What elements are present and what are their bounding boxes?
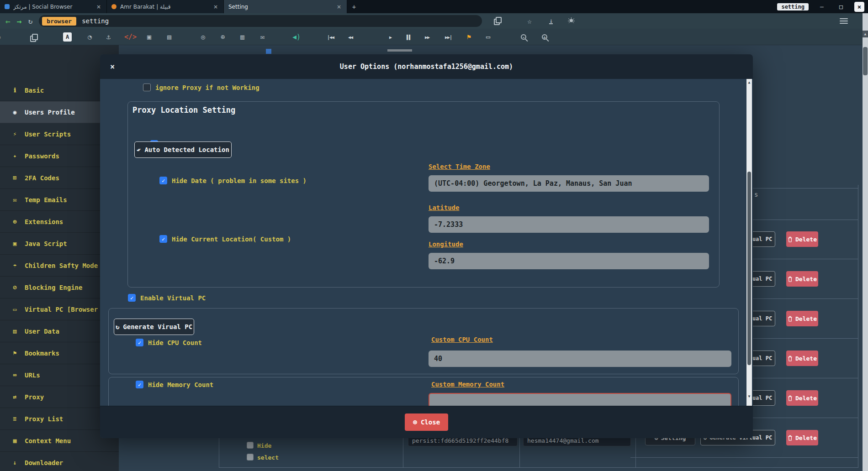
- cart-icon[interactable]: ▥: [240, 29, 244, 45]
- ignore-proxy-checkbox[interactable]: ignore Proxy if not Working: [143, 84, 259, 91]
- scroll-up-icon[interactable]: ▲: [746, 80, 752, 84]
- translate-icon[interactable]: A: [63, 32, 72, 42]
- gauge-icon[interactable]: ◔: [88, 29, 92, 45]
- row-delete-button[interactable]: Delete: [786, 311, 818, 326]
- window-scrollbar-thumb[interactable]: [863, 47, 868, 75]
- modal-scrollbar-thumb[interactable]: [747, 172, 751, 365]
- window-scrollbar[interactable]: ▲: [863, 13, 868, 471]
- table-row-divider: [753, 188, 858, 188]
- duplicate-icon[interactable]: [30, 29, 36, 45]
- enable-virtual-pc-checkbox[interactable]: Enable Virtual PC: [128, 294, 206, 302]
- sidebar-item-icon: ↓: [11, 459, 19, 466]
- rewind-icon[interactable]: ◀◀: [348, 29, 353, 45]
- code-icon[interactable]: </>: [124, 29, 137, 45]
- checkbox-box[interactable]: [136, 339, 143, 346]
- checkbox-box[interactable]: [143, 84, 151, 91]
- monitor-icon[interactable]: ▭: [486, 29, 490, 45]
- scroll-down-icon[interactable]: ▼: [746, 394, 752, 398]
- flag-icon[interactable]: ⚑: [467, 29, 471, 45]
- scroll-up-icon[interactable]: ▲: [863, 31, 868, 37]
- globe-icon[interactable]: ⊕: [221, 29, 225, 45]
- skip-start-icon[interactable]: |◀◀: [327, 29, 334, 45]
- sidebar-item-label: User Scripts: [25, 131, 71, 138]
- longitude-input[interactable]: [429, 253, 709, 269]
- skip-end-icon[interactable]: ▶▶|: [445, 29, 452, 45]
- tab-favicon: [111, 4, 116, 9]
- select-checkbox[interactable]: [247, 454, 254, 461]
- play-icon[interactable]: ▶: [389, 29, 392, 45]
- timezone-label[interactable]: Select Time Zone: [429, 163, 490, 170]
- zoom-out-icon[interactable]: -: [521, 29, 526, 45]
- auto-detected-location-button[interactable]: ✔✔ Auto Detected Location: [134, 141, 232, 158]
- anchor-icon[interactable]: ⚓: [106, 29, 111, 45]
- checkbox-label: Hide Current Location( Custom ): [172, 236, 291, 243]
- sidebar-item-downloader[interactable]: ↓ Downloader: [0, 452, 119, 471]
- browser-tab-setting[interactable]: Setting ×: [224, 0, 347, 13]
- browser-tab-social[interactable]: مرتكز | Social Browser ×: [0, 0, 107, 13]
- row-delete-button[interactable]: Delete: [786, 390, 818, 406]
- checkbox-box[interactable]: [159, 177, 167, 184]
- hide-current-location-checkbox[interactable]: Hide Current Location( Custom ): [159, 235, 291, 243]
- bug-icon[interactable]: [567, 17, 575, 26]
- hide-checkbox[interactable]: [247, 442, 254, 449]
- tab-close-icon[interactable]: ×: [212, 4, 219, 10]
- row-delete-button[interactable]: Delete: [786, 430, 818, 445]
- row-delete-button[interactable]: Delete: [786, 351, 818, 366]
- browser-tab-amr-barakat[interactable]: Amr Barakat | قبيلة ×: [107, 0, 224, 13]
- generate-virtual-pc-button[interactable]: ↻ Generate Virual PC: [114, 319, 194, 335]
- row-delete-button[interactable]: Delete: [786, 231, 818, 247]
- zoom-in-icon[interactable]: +: [542, 29, 547, 45]
- window-title-chip: setting: [777, 3, 809, 10]
- latitude-input[interactable]: [429, 216, 709, 233]
- sidebar-item-icon: ∞: [11, 372, 19, 378]
- table-column-divider: [858, 185, 858, 468]
- checkbox-label: Hide Date ( problem in some sites ): [172, 177, 307, 184]
- download-icon[interactable]: ↓: [549, 18, 553, 24]
- checkbox-box[interactable]: [159, 235, 167, 243]
- back-button[interactable]: ←: [5, 16, 11, 26]
- pause-icon[interactable]: ▌▌: [407, 29, 411, 45]
- tab-close-icon[interactable]: ×: [336, 4, 342, 10]
- hide-cpu-count-checkbox[interactable]: Hide CPU Count: [136, 339, 202, 346]
- trash-icon: [788, 276, 793, 282]
- minimize-button[interactable]: —: [816, 3, 828, 10]
- timezone-input[interactable]: [429, 175, 709, 192]
- row-delete-button[interactable]: Delete: [786, 271, 818, 287]
- sidebar-item-label: Users Profile: [25, 109, 75, 116]
- checkbox-label: Hide Memory Count: [148, 381, 213, 388]
- new-tab-button[interactable]: +: [347, 0, 361, 13]
- custom-memory-count-label[interactable]: Custom Memory Count: [431, 381, 504, 388]
- sidebar-item-icon: ▭: [11, 306, 19, 313]
- close-window-button[interactable]: ×: [854, 2, 864, 12]
- custom-cpu-count-input[interactable]: [429, 351, 731, 367]
- menu-icon[interactable]: [840, 18, 848, 24]
- longitude-label[interactable]: Longitude: [429, 241, 463, 248]
- forward-button[interactable]: →: [17, 16, 22, 26]
- close-modal-button[interactable]: ⊗ Close: [405, 413, 448, 431]
- refresh-button[interactable]: ↻: [28, 17, 33, 26]
- tab-close-icon[interactable]: ×: [95, 4, 102, 10]
- star-icon[interactable]: ☆: [527, 17, 532, 26]
- checkbox-box[interactable]: [136, 381, 143, 388]
- hide-memory-count-checkbox[interactable]: Hide Memory Count: [136, 381, 213, 388]
- modal-scrollbar[interactable]: ▲ ▼: [746, 79, 752, 406]
- modal-close-icon[interactable]: ×: [110, 62, 115, 71]
- mail-icon[interactable]: ✉: [260, 29, 265, 45]
- sidebar-item-label: Downloader: [25, 459, 63, 466]
- hide-date-checkbox[interactable]: Hide Date ( problem in some sites ): [159, 177, 307, 184]
- maximize-button[interactable]: □: [835, 3, 847, 10]
- custom-memory-count-input[interactable]: [429, 393, 731, 406]
- trash-icon: [788, 435, 793, 441]
- save-icon[interactable]: ▤: [167, 29, 171, 45]
- latitude-label[interactable]: Latitude: [429, 204, 459, 211]
- fast-forward-icon[interactable]: ▶▶: [425, 29, 429, 45]
- custom-cpu-count-label[interactable]: Custom CPU Count: [431, 336, 493, 343]
- checkbox-box[interactable]: [128, 294, 136, 302]
- camera-icon[interactable]: ▣: [147, 29, 151, 45]
- address-bar[interactable]: browser setting: [39, 15, 482, 27]
- profile-icon[interactable]: ◉: [0, 29, 0, 45]
- speaker-icon[interactable]: ◀): [292, 29, 301, 45]
- browser-badge: browser: [42, 17, 76, 26]
- location-pin-icon[interactable]: ◎: [201, 29, 205, 45]
- copy-icon[interactable]: [494, 17, 500, 26]
